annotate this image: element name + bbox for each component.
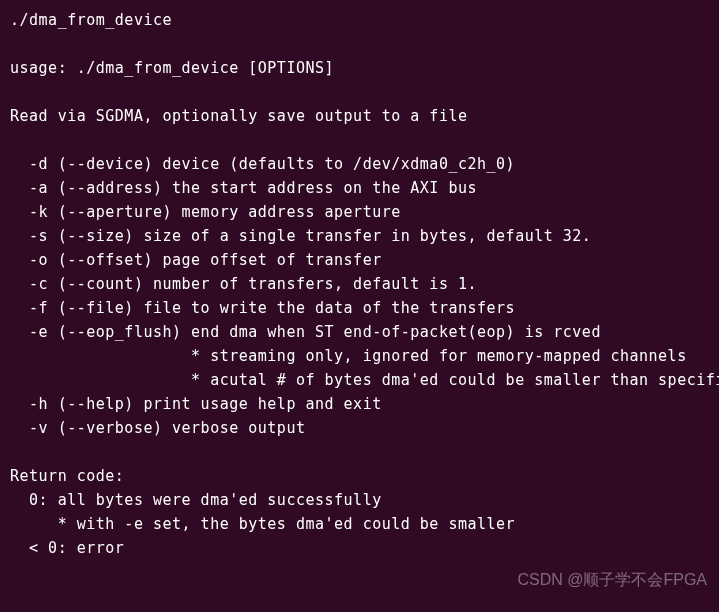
description-line: Read via SGDMA, optionally save output t… [10,104,709,128]
usage-line: usage: ./dma_from_device [OPTIONS] [10,56,709,80]
option-eop-flush: -e (--eop_flush) end dma when ST end-of-… [10,320,709,344]
option-offset: -o (--offset) page offset of transfer [10,248,709,272]
return-code-zero-note: * with -e set, the bytes dma'ed could be… [10,512,709,536]
option-address: -a (--address) the start address on the … [10,176,709,200]
option-help: -h (--help) print usage help and exit [10,392,709,416]
watermark: CSDN @顺子学不会FPGA [517,568,707,592]
option-file: -f (--file) file to write the data of th… [10,296,709,320]
option-aperture: -k (--aperture) memory address aperture [10,200,709,224]
blank-line [10,440,709,464]
option-device: -d (--device) device (defaults to /dev/x… [10,152,709,176]
command-line: ./dma_from_device [10,8,709,32]
option-size: -s (--size) size of a single transfer in… [10,224,709,248]
return-code-header: Return code: [10,464,709,488]
blank-line [10,32,709,56]
blank-line [10,128,709,152]
option-count: -c (--count) number of transfers, defaul… [10,272,709,296]
return-code-negative: < 0: error [10,536,709,560]
return-code-zero: 0: all bytes were dma'ed successfully [10,488,709,512]
blank-line [10,80,709,104]
option-eop-note-1: * streaming only, ignored for memory-map… [10,344,709,368]
option-verbose: -v (--verbose) verbose output [10,416,709,440]
option-eop-note-2: * acutal # of bytes dma'ed could be smal… [10,368,709,392]
